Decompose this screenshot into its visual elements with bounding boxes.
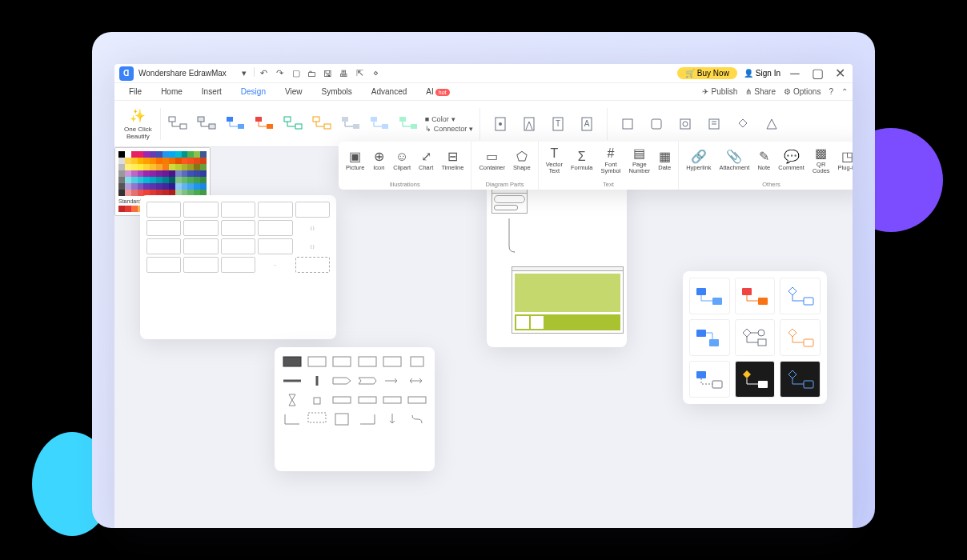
style-option[interactable] — [735, 278, 776, 314]
more-icon[interactable]: ⋄ — [370, 67, 383, 80]
icon-button[interactable]: ⊕Icon — [368, 143, 389, 178]
color-swatch[interactable] — [175, 151, 182, 158]
shape-preview[interactable] — [356, 411, 378, 427]
color-swatch[interactable] — [138, 190, 144, 196]
color-swatch[interactable] — [175, 177, 182, 183]
color-swatch[interactable] — [150, 164, 156, 170]
shape-preview[interactable] — [381, 373, 403, 389]
color-swatch[interactable] — [156, 164, 163, 170]
color-swatch[interactable] — [131, 151, 138, 158]
color-swatch[interactable] — [156, 177, 163, 183]
color-button[interactable]: ■ Color ▾ — [425, 115, 474, 123]
style-preset[interactable] — [279, 112, 307, 136]
color-swatch[interactable] — [125, 183, 131, 190]
wireframe-panel-green[interactable] — [512, 266, 624, 334]
hyperlink-button[interactable]: 🔗Hyperlink — [682, 143, 715, 178]
shape-preview[interactable] — [183, 257, 218, 273]
color-swatch[interactable] — [163, 170, 169, 177]
shape-preview[interactable] — [258, 202, 292, 218]
shape-tool[interactable] — [758, 112, 785, 136]
publish-button[interactable]: ✈ Publish — [702, 87, 737, 96]
color-swatch[interactable] — [194, 170, 200, 177]
shape-preview[interactable] — [356, 373, 378, 389]
shape-preview[interactable] — [356, 392, 378, 408]
color-swatch[interactable] — [125, 177, 131, 183]
shape-tool[interactable] — [643, 112, 670, 136]
color-swatch[interactable] — [200, 158, 207, 164]
menu-advanced[interactable]: Advanced — [362, 85, 416, 98]
style-preset[interactable] — [251, 112, 278, 136]
color-swatch[interactable] — [125, 206, 131, 212]
shape-preview[interactable] — [221, 238, 255, 254]
color-swatch[interactable] — [163, 164, 169, 170]
color-swatch[interactable] — [194, 183, 200, 190]
shape-tool[interactable] — [672, 112, 699, 136]
color-swatch[interactable] — [200, 183, 207, 190]
color-swatch[interactable] — [194, 151, 200, 158]
color-swatch[interactable] — [150, 158, 156, 164]
color-swatch[interactable] — [150, 170, 156, 177]
color-swatch[interactable] — [150, 177, 156, 183]
open-icon[interactable]: 🗀 — [306, 67, 319, 80]
color-swatch[interactable] — [143, 183, 150, 190]
color-swatch[interactable] — [143, 170, 150, 177]
color-swatch[interactable] — [156, 170, 163, 177]
shape-tool[interactable] — [700, 112, 728, 136]
color-swatch[interactable] — [118, 206, 125, 212]
shape-preview[interactable] — [381, 392, 403, 408]
color-swatch[interactable] — [143, 151, 150, 158]
color-swatch[interactable] — [175, 183, 182, 190]
shape-preview[interactable] — [221, 202, 255, 218]
shape-preview[interactable] — [407, 373, 428, 389]
style-option[interactable] — [689, 278, 730, 314]
color-swatch[interactable] — [169, 170, 175, 177]
picture-button[interactable]: ▣Picture — [342, 143, 368, 178]
shape-preview[interactable] — [407, 354, 428, 370]
style-option[interactable] — [780, 361, 821, 398]
minimize-icon[interactable]: ─ — [787, 67, 803, 80]
color-swatch[interactable] — [118, 164, 125, 170]
color-swatch[interactable] — [194, 177, 200, 183]
color-swatch[interactable] — [143, 177, 150, 183]
color-swatch[interactable] — [156, 183, 163, 190]
layout-preset[interactable]: T — [544, 112, 572, 136]
style-option[interactable] — [689, 361, 730, 398]
share-button[interactable]: ⋔ Share — [745, 87, 776, 96]
shape-preview[interactable] — [146, 220, 181, 236]
color-swatch[interactable] — [125, 170, 131, 177]
color-swatch[interactable] — [118, 177, 125, 183]
color-swatch[interactable] — [182, 177, 188, 183]
comment-button[interactable]: 💬Comment — [774, 143, 809, 178]
color-swatch[interactable] — [138, 164, 144, 170]
style-preset[interactable] — [222, 112, 249, 136]
color-swatch[interactable] — [187, 170, 194, 177]
color-swatch[interactable] — [138, 158, 144, 164]
style-preset[interactable] — [395, 112, 422, 136]
shape-preview[interactable] — [146, 257, 181, 273]
color-swatch[interactable] — [118, 151, 125, 158]
color-swatch[interactable] — [125, 164, 131, 170]
color-swatch[interactable] — [169, 177, 175, 183]
clipart-button[interactable]: ☺Clipart — [389, 143, 415, 178]
shape-preview[interactable] — [356, 354, 378, 370]
color-swatch[interactable] — [187, 177, 194, 183]
menu-ai[interactable]: AIhot — [416, 85, 459, 98]
color-swatch[interactable] — [175, 158, 182, 164]
menu-symbols[interactable]: Symbols — [311, 85, 361, 98]
shape-preview[interactable] — [331, 354, 353, 370]
maximize-icon[interactable]: ▢ — [809, 67, 825, 80]
color-swatch[interactable] — [187, 164, 194, 170]
sign-in-button[interactable]: 👤 Sign In — [744, 69, 780, 78]
shape-preview[interactable] — [295, 202, 330, 218]
color-swatch[interactable] — [138, 183, 144, 190]
menu-view[interactable]: View — [275, 85, 312, 98]
vector-text-button[interactable]: TVector Text — [542, 143, 567, 178]
shape-preview[interactable] — [221, 257, 255, 273]
shape-tool[interactable] — [729, 112, 756, 136]
shape-preview[interactable] — [221, 220, 255, 236]
style-option[interactable] — [689, 319, 730, 356]
color-swatch[interactable] — [131, 177, 138, 183]
dropdown-icon[interactable]: ▾ — [238, 67, 251, 80]
shape-preview[interactable]: { } — [295, 220, 330, 236]
options-button[interactable]: ⚙ Options — [784, 87, 821, 96]
